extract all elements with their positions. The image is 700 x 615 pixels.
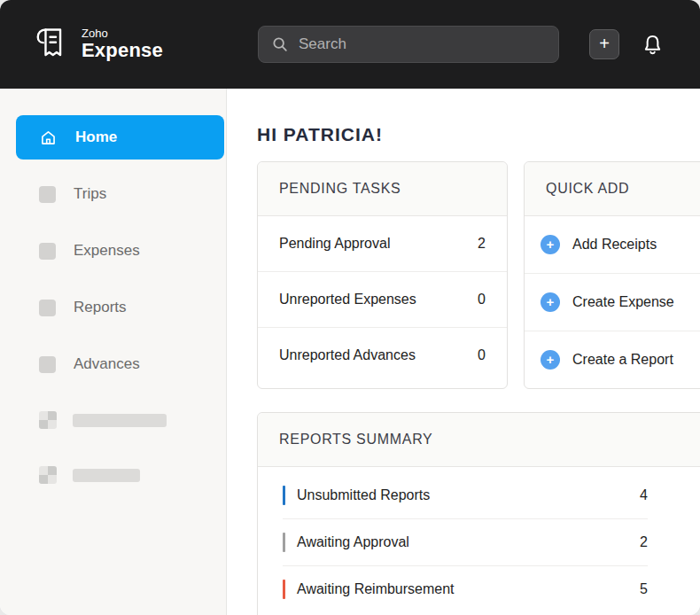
status-color-bar [283,533,285,552]
unreported-advances-row[interactable]: Unreported Advances 0 [258,328,507,383]
greeting: HI PATRICIA! [257,124,700,145]
pending-approval-row[interactable]: Pending Approval 2 [258,216,507,272]
summary-label: Awaiting Approval [297,534,640,550]
brand-expense: Expense [82,40,163,61]
reports-summary-card: REPORTS SUMMARY Unsubmitted Reports 4 Aw… [257,412,700,615]
create-report-item[interactable]: + Create a Report [525,331,700,388]
quick-add-title: QUICK ADD [525,162,700,216]
task-label: Unreported Expenses [279,292,416,308]
task-label: Unreported Advances [279,347,416,363]
search-input[interactable] [299,35,546,53]
pending-tasks-title: PENDING TASKS [258,162,507,216]
add-receipts-item[interactable]: + Add Receipts [525,216,700,274]
create-expense-item[interactable]: + Create Expense [525,274,700,331]
status-color-bar [283,580,285,599]
expenses-icon [39,243,56,260]
quick-add-label: Create a Report [572,352,673,368]
brand-zoho: Zoho [82,27,163,40]
summary-label: Awaiting Reimbursement [297,581,640,597]
task-value: 2 [478,236,486,252]
quick-add-card: QUICK ADD + Add Receipts + Create Expens… [524,161,700,389]
summary-label: Unsubmitted Reports [297,487,640,503]
bell-icon [641,33,665,57]
app-window: Zoho Expense + [0,0,700,615]
awaiting-reimbursement-row[interactable]: Awaiting Reimbursement 5 [283,566,648,612]
pending-tasks-card: PENDING TASKS Pending Approval 2 Unrepor… [257,161,508,389]
advances-icon [39,356,56,373]
plus-icon: + [541,235,560,254]
brand-text: Zoho Expense [82,27,163,61]
skeleton-icon [39,466,57,484]
quick-add-label: Create Expense [572,294,674,310]
quick-add-label: Add Receipts [572,237,657,253]
task-value: 0 [478,292,486,308]
zoho-expense-logo-icon [30,24,71,65]
brand-logo[interactable]: Zoho Expense [30,24,163,65]
main-content: HI PATRICIA! PENDING TASKS Pending Appro… [227,89,700,615]
skeleton-bar [73,469,140,482]
awaiting-approval-row[interactable]: Awaiting Approval 2 [283,519,648,566]
unsubmitted-reports-row[interactable]: Unsubmitted Reports 4 [283,472,648,519]
home-icon [39,128,58,147]
sidebar-item-advances[interactable]: Advances [16,342,224,386]
summary-value: 2 [640,534,648,550]
sidebar-item-label: Reports [74,299,127,316]
search-icon [271,35,289,53]
reports-summary-rows: Unsubmitted Reports 4 Awaiting Approval … [258,467,700,612]
skeleton-icon [39,411,57,429]
top-bar: Zoho Expense + [0,0,700,89]
page-body: Home Trips Expenses Reports Advances [0,89,700,615]
notifications-button[interactable] [641,33,665,57]
sidebar-item-label: Home [75,128,117,146]
sidebar-item-label: Advances [74,355,140,373]
sidebar-item-label: Expenses [74,242,140,260]
sidebar-item-label: Trips [74,185,106,203]
sidebar-skeleton-item [39,466,226,484]
sidebar-item-reports[interactable]: Reports [16,285,224,330]
task-value: 0 [478,347,486,363]
skeleton-bar [73,414,167,427]
sidebar-item-trips[interactable]: Trips [16,172,224,216]
sidebar-item-expenses[interactable]: Expenses [16,229,224,273]
unreported-expenses-row[interactable]: Unreported Expenses 0 [258,272,507,328]
summary-value: 5 [640,581,648,597]
search-box[interactable] [258,26,559,63]
sidebar-skeleton-item [39,411,226,429]
sidebar-item-home[interactable]: Home [16,115,224,160]
cards-row: PENDING TASKS Pending Approval 2 Unrepor… [257,161,700,389]
task-label: Pending Approval [279,236,390,252]
status-color-bar [283,486,285,505]
plus-icon: + [541,350,560,370]
plus-icon: + [541,292,560,312]
add-button[interactable]: + [589,29,619,59]
trips-icon [39,186,56,203]
reports-icon [39,300,56,316]
reports-summary-title: REPORTS SUMMARY [258,413,700,467]
sidebar: Home Trips Expenses Reports Advances [0,89,227,615]
summary-value: 4 [640,487,648,503]
